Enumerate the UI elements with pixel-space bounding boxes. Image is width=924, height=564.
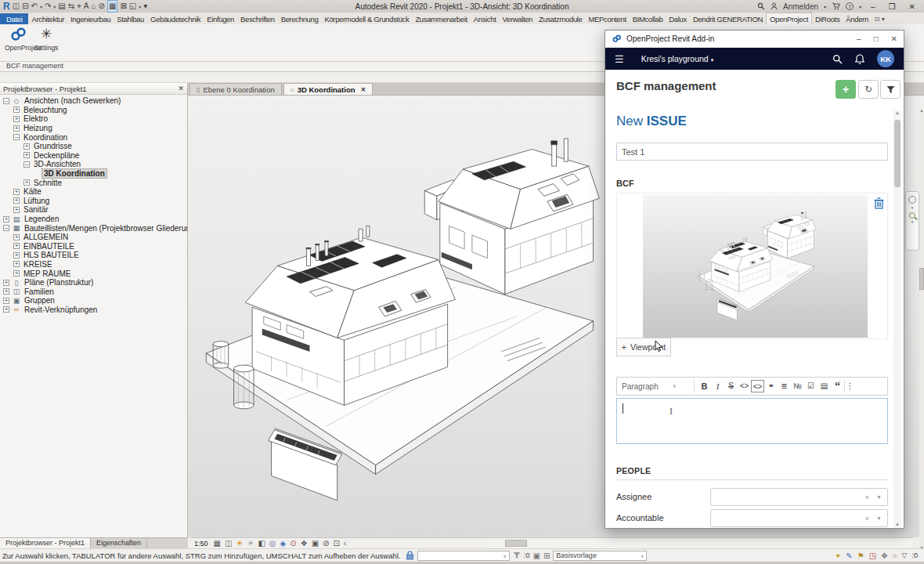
tree-item-schnitte[interactable]: +Schnitte (0, 178, 187, 187)
menu-icon[interactable]: ☰ (615, 53, 624, 65)
switch-windows-icon-dropdown[interactable]: ▾ (139, 4, 141, 9)
bulleted-list-icon[interactable]: ≣ (778, 380, 791, 392)
op-minimize-button[interactable]: – (857, 34, 861, 43)
ribbon-tab-ingenieurbau[interactable]: Ingenieurbau (67, 13, 114, 24)
tree-expander-icon[interactable]: + (23, 152, 30, 158)
tree-expander-icon[interactable]: + (13, 125, 20, 132)
tree-expander-icon[interactable]: + (13, 252, 20, 258)
tree-expander-icon[interactable]: + (13, 107, 20, 113)
tree-item-pläne-planstruktur-[interactable]: +▯Pläne (Planstruktur) (0, 278, 187, 287)
ribbon-tab-datei[interactable]: Datei (0, 13, 28, 24)
tree-item-3d-ansichten[interactable]: –3D-Ansichten (0, 160, 187, 169)
ribbon-tab-einf-gen[interactable]: Einfügen (204, 13, 237, 24)
tree-expander-icon[interactable]: + (13, 261, 20, 267)
clear-icon[interactable]: × (865, 515, 869, 522)
tree-expander-icon[interactable]: + (3, 280, 9, 286)
canvas-vertical-scrollbar[interactable]: ▲ ▼ (919, 108, 924, 550)
openproject-ribbon-button[interactable]: OpenProject (5, 27, 31, 52)
aligned-dimension-icon[interactable]: ⌖ (77, 1, 81, 12)
restore-button[interactable]: ❒ (885, 2, 900, 11)
tree-item-deckenpläne[interactable]: +Deckenpläne (0, 151, 187, 161)
show-crop-region-icon[interactable]: ◎ (269, 539, 276, 548)
crop-view-icon[interactable]: ◧ (258, 539, 265, 548)
reveal-hidden-elements-icon[interactable]: ⊙ (290, 539, 296, 548)
ribbon-tab-diroots[interactable]: DiRoots (812, 13, 843, 24)
show-rendering-dialog-icon[interactable]: ▦ (214, 539, 221, 548)
bell-icon[interactable] (855, 54, 864, 64)
tree-item-heizung[interactable]: +Heizung (0, 124, 187, 133)
default-3d-view-icon[interactable]: ⌂ (91, 1, 96, 12)
tree-expander-icon[interactable]: – (13, 134, 20, 140)
show-analytical-model-icon[interactable]: ⊘ (323, 539, 329, 548)
tree-item-einbauteile[interactable]: +EINBAUTEILE (0, 242, 187, 251)
sun-path-icon[interactable]: ☀ (236, 539, 243, 548)
viewpoint-thumbnail[interactable] (643, 195, 868, 338)
strikethrough-icon[interactable]: S (724, 380, 738, 392)
tree-item-beleuchtung[interactable]: +Beleuchtung (0, 106, 187, 115)
scrollbar-thumb[interactable] (505, 540, 527, 547)
text-icon[interactable]: A (84, 1, 89, 12)
active-workset-icon[interactable]: ▣ (533, 551, 540, 560)
signin-dropdown-icon[interactable]: ▾ (824, 4, 826, 9)
steering-wheel-icon[interactable] (908, 196, 916, 204)
canvas-horizontal-scrollbar[interactable] (484, 537, 913, 548)
tree-expander-icon[interactable]: + (13, 243, 20, 249)
signin-button[interactable]: Anmelden (783, 2, 818, 11)
inline-code-icon[interactable]: <> (738, 380, 751, 392)
tree-expander-icon[interactable]: + (13, 234, 20, 240)
tree-expander-icon[interactable]: + (3, 306, 9, 313)
tree-item-hls-bauteile[interactable]: +HLS BAUTEILE (0, 251, 187, 260)
ribbon-tab-bimcollab[interactable]: BIMcollab (630, 13, 666, 24)
close-button[interactable]: ✕ (905, 2, 919, 11)
template-combobox[interactable]: Basisvorlage ∨ (553, 551, 647, 561)
customize-qat-icon[interactable]: ▾ (143, 1, 147, 12)
op-close-button[interactable]: ✕ (891, 34, 897, 43)
ribbon-tab-verwalten[interactable]: Verwalten (499, 13, 536, 24)
undo-icon[interactable]: ↶ (31, 1, 38, 12)
assignee-select[interactable]: × ▼ (710, 488, 888, 506)
design-options-icon[interactable]: ⚑ (857, 551, 864, 560)
dock-tab-eigenschaften[interactable]: Eigenschaften (91, 538, 147, 548)
cart-icon[interactable] (832, 2, 840, 10)
tree-item-gruppen[interactable]: +▣Gruppen (0, 296, 187, 306)
numbered-list-icon[interactable]: № (791, 380, 804, 392)
ribbon-tab-dendrit-generation[interactable]: Dendrit GENERATION (690, 13, 766, 24)
refresh-button[interactable]: ↻ (858, 80, 879, 99)
tree-item-elektro[interactable]: +Elektro (0, 114, 187, 124)
tree-expander-icon[interactable]: – (3, 225, 9, 231)
modify-chip-icon[interactable]: ⊡ ▾ (872, 14, 888, 24)
help-dropdown-icon[interactable]: ▾ (859, 4, 861, 9)
issue-title-input[interactable] (616, 143, 888, 161)
revit-logo-icon[interactable]: R (3, 1, 10, 12)
close-hidden-windows-icon[interactable]: ⊠ (120, 1, 126, 12)
measure-icon[interactable]: ⇆ (68, 1, 74, 12)
italic-icon[interactable]: I (711, 380, 724, 392)
view-tab-close-icon[interactable]: ✕ (361, 86, 366, 93)
settings-ribbon-button[interactable]: ✳ Settings (33, 27, 60, 52)
search-icon[interactable] (832, 54, 843, 64)
ribbon-tab-dalux[interactable]: Dalux (666, 13, 690, 24)
scrollbar-thumb[interactable] (919, 268, 924, 290)
ribbon-tab-stahlbau[interactable]: Stahlbau (114, 13, 147, 24)
more-options-icon[interactable]: ⋮ (844, 380, 855, 392)
filter-icon[interactable]: ▽ (902, 551, 908, 559)
project-browser-close-icon[interactable]: ✕ (178, 85, 184, 92)
ribbon-tab-openproject[interactable]: OpenProject (766, 13, 812, 24)
background-processes-icon[interactable]: ○ (893, 551, 897, 560)
ribbon-tab-architektur[interactable]: Architektur (28, 13, 67, 24)
view-tab-3d-koordination[interactable]: ⌂ 3D Koordination ✕ (283, 83, 373, 95)
clear-icon[interactable]: × (865, 494, 869, 501)
tree-expander-icon[interactable]: + (13, 197, 20, 204)
help-icon[interactable]: ? (846, 2, 854, 10)
undo-icon-dropdown[interactable]: ▾ (40, 4, 42, 9)
tree-item-3d-koordination[interactable]: 3D Koordination (0, 169, 187, 179)
bold-icon[interactable]: B (698, 380, 711, 392)
tree-item-sanitär[interactable]: +Sanitär (0, 205, 187, 215)
tree-expander-icon[interactable]: + (13, 116, 20, 122)
description-editor[interactable] (616, 398, 888, 444)
dock-tab-projektbrowser[interactable]: Projektbrowser - Projekt1 (0, 538, 91, 548)
paragraph-style-dropdown[interactable]: Paragraph ∨ (622, 382, 692, 391)
zoom-icon[interactable] (909, 212, 915, 219)
tree-item-grundrisse[interactable]: +Grundrisse (0, 142, 187, 151)
openproject-scrollbar[interactable]: ▲ ▼ (893, 110, 901, 527)
